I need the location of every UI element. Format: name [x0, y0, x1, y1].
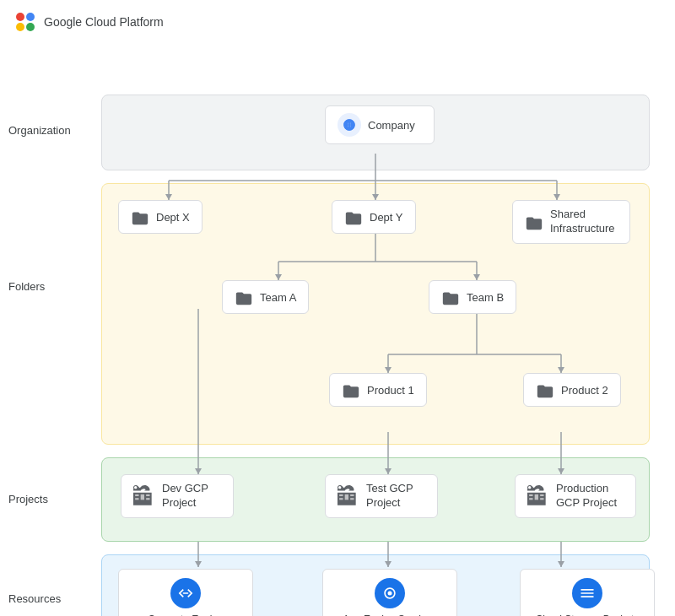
dept-y-label: Dept Y	[370, 211, 403, 224]
label-organization: Organization	[8, 124, 71, 137]
dept-x-label: Dept X	[156, 211, 190, 224]
folder-icon-dept-x	[131, 208, 149, 226]
app-engine-icon	[375, 578, 405, 608]
label-projects: Projects	[8, 493, 48, 505]
team-a-label: Team A	[260, 291, 296, 304]
cloud-storage-icon	[572, 578, 602, 608]
compute-engine-icon	[170, 578, 201, 608]
node-dept-x[interactable]: Dept X	[118, 200, 202, 234]
svg-rect-46	[350, 494, 354, 496]
node-compute-engine[interactable]: Compute Engine Instances	[118, 569, 253, 616]
node-product-2[interactable]: Product 2	[523, 373, 621, 407]
project-icon-test	[338, 485, 359, 507]
svg-rect-38	[135, 494, 138, 496]
test-gcp-label: Test GCP Project	[366, 482, 425, 511]
folder-icon-team-b	[441, 288, 460, 306]
dev-gcp-label: Dev GCP Project	[162, 482, 221, 511]
svg-rect-50	[535, 494, 538, 500]
svg-rect-53	[183, 592, 189, 594]
svg-point-37	[348, 123, 351, 127]
svg-rect-43	[339, 494, 343, 496]
product-2-label: Product 2	[561, 384, 608, 397]
project-icon-prod	[527, 485, 549, 507]
svg-rect-52	[540, 498, 543, 500]
logo-text: Google Cloud Platform	[44, 15, 164, 29]
svg-rect-48	[529, 494, 532, 496]
shared-infra-label: Shared Infrastructure	[550, 208, 618, 236]
svg-point-0	[16, 13, 24, 21]
svg-point-2	[16, 23, 24, 31]
folder-icon-product-2	[536, 381, 554, 399]
svg-point-1	[26, 13, 35, 21]
node-app-engine[interactable]: App Engine Services	[322, 569, 457, 616]
node-cloud-storage[interactable]: Cloud Storage Buckets	[520, 569, 655, 616]
gcp-logo-icon	[14, 10, 37, 34]
svg-rect-40	[141, 494, 144, 500]
label-resources: Resources	[8, 592, 61, 605]
node-prod-gcp[interactable]: Production GCP Project	[515, 474, 636, 518]
node-team-a[interactable]: Team A	[222, 280, 309, 314]
folder-icon-shared	[525, 213, 543, 231]
project-icon-dev	[133, 485, 155, 507]
node-test-gcp[interactable]: Test GCP Project	[325, 474, 438, 518]
svg-rect-41	[146, 494, 149, 496]
product-1-label: Product 1	[367, 384, 414, 397]
diagram: Organization Folders Projects Resources	[8, 44, 667, 609]
company-label: Company	[368, 119, 415, 132]
folder-icon-product-1	[342, 381, 360, 399]
svg-point-55	[389, 592, 392, 595]
svg-rect-51	[540, 494, 543, 496]
team-b-label: Team B	[467, 291, 504, 304]
node-company[interactable]: Company	[325, 105, 435, 144]
node-dev-gcp[interactable]: Dev GCP Project	[121, 474, 234, 518]
svg-rect-47	[350, 498, 354, 500]
gcp-logo: Google Cloud Platform	[14, 10, 164, 34]
folder-icon-dept-y	[344, 208, 363, 226]
svg-point-3	[26, 23, 35, 31]
folder-icon-team-a	[235, 288, 253, 306]
label-folders: Folders	[8, 280, 45, 293]
node-team-b[interactable]: Team B	[429, 280, 516, 314]
svg-rect-45	[345, 494, 348, 500]
svg-rect-44	[339, 498, 343, 500]
header: Google Cloud Platform	[0, 0, 675, 44]
svg-rect-42	[146, 498, 149, 500]
svg-rect-49	[529, 498, 532, 500]
svg-rect-39	[135, 498, 138, 500]
node-product-1[interactable]: Product 1	[329, 373, 427, 407]
node-dept-y[interactable]: Dept Y	[332, 200, 416, 234]
company-icon	[338, 113, 361, 137]
prod-gcp-label: Production GCP Project	[556, 482, 624, 511]
node-shared-infra[interactable]: Shared Infrastructure	[512, 200, 630, 244]
